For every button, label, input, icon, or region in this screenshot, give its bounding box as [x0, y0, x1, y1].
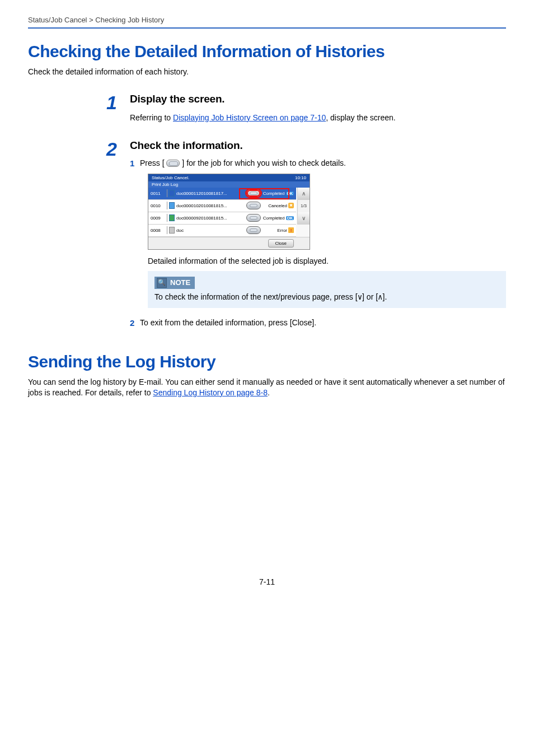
- substep-1-text: Press [ ] for the job for which you wish…: [140, 158, 346, 167]
- page-number: 7-11: [28, 577, 506, 586]
- substep-1: 1 Press [ ] for the job for which you wi…: [130, 158, 506, 168]
- substep-1-suffix: ] for the job for which you wish to chec…: [182, 158, 346, 167]
- breadcrumb: Status/Job Cancel > Checking Job History: [28, 16, 506, 29]
- status-badge-error: !: [288, 227, 294, 233]
- step-1-body: Referring to Displaying Job History Scre…: [130, 112, 506, 124]
- note-icon: 🔍: [157, 278, 167, 288]
- sc-tab-label: Print Job Log: [148, 181, 310, 188]
- job-name: doc0000102010081815...: [176, 203, 245, 208]
- divider: [167, 189, 167, 197]
- sc-header-left: Status/Job Cancel.: [152, 175, 189, 180]
- link-displaying-job-history[interactable]: Displaying Job History Screen on page 7-…: [173, 113, 326, 122]
- link-sending-log-history[interactable]: Sending Log History on page 8-8: [153, 388, 268, 397]
- section-title-sending: Sending the Log History: [28, 352, 506, 371]
- step-number-2: 2: [106, 139, 125, 158]
- job-id: 0010: [151, 203, 165, 208]
- doc-icon: [169, 227, 175, 234]
- job-id: 0009: [151, 216, 165, 221]
- section2-body: You can send the log history by E-mail. …: [28, 377, 506, 398]
- note-label: 🔍 NOTE: [154, 277, 195, 289]
- sc-header-time: 10:10: [295, 175, 306, 180]
- job-status: Error !: [263, 227, 294, 233]
- job-name: doc0000112010081817...: [176, 191, 245, 196]
- scroll-down-button[interactable]: ∨: [298, 212, 310, 225]
- note-mid: ] or [: [362, 292, 378, 301]
- substep-1-num: 1: [130, 158, 140, 168]
- sc-scroll: ∧ 1/3 ∨: [297, 188, 310, 225]
- job-status: Completed OK: [263, 191, 294, 196]
- substep-1-prefix: Press [: [140, 158, 165, 167]
- table-row[interactable]: 0008 doc Error !: [148, 225, 296, 237]
- step-1-body-suffix: , display the screen.: [326, 113, 396, 122]
- section-title-histories: Checking the Detailed Information of His…: [28, 42, 506, 61]
- sc-rows: 0011 doc0000112010081817... Completed OK: [148, 188, 310, 237]
- note-prefix: To check the information of the next/pre…: [154, 292, 358, 301]
- scroll-up-button[interactable]: ∧: [298, 188, 310, 200]
- job-status: Completed OK: [263, 216, 294, 221]
- after-screenshot-text: Detailed information of the selected job…: [148, 256, 506, 265]
- section-intro: Check the detailed information of each h…: [28, 67, 506, 77]
- job-name: doc: [176, 228, 245, 233]
- chevron-up-icon: ∧: [378, 292, 382, 301]
- section2-suffix: .: [268, 388, 270, 397]
- screenshot-print-job-log: Status/Job Cancel. 10:10 Print Job Log 0…: [148, 174, 506, 250]
- step-1-heading: Display the screen.: [130, 93, 506, 105]
- table-row[interactable]: 0010 doc0000102010081815... Canceled ✖: [148, 200, 296, 212]
- note-text: To check the information of the next/pre…: [154, 292, 499, 301]
- job-id: 0008: [151, 228, 165, 233]
- detail-button[interactable]: [246, 214, 261, 222]
- status-text: Error: [277, 228, 287, 233]
- note-label-text: NOTE: [170, 278, 190, 287]
- status-text: Completed: [263, 216, 285, 221]
- doc-icon: [169, 202, 175, 209]
- table-row[interactable]: 0011 doc0000112010081817... Completed OK: [148, 188, 296, 200]
- chevron-down-icon: ∨: [358, 292, 362, 301]
- step-2: 2 Check the information. 1 Press [ ] for…: [106, 139, 506, 333]
- substep-2-num: 2: [130, 318, 140, 328]
- status-badge-cancel: ✖: [288, 203, 294, 208]
- detail-button[interactable]: [246, 202, 261, 209]
- step-1: 1 Display the screen. Referring to Displ…: [106, 93, 506, 124]
- close-button[interactable]: Close: [268, 239, 294, 248]
- detail-button[interactable]: [246, 226, 261, 234]
- job-status: Canceled ✖: [263, 203, 294, 208]
- status-text: Canceled: [268, 203, 287, 208]
- divider: [167, 226, 167, 234]
- divider: [167, 214, 167, 222]
- status-badge-ok: OK: [286, 216, 294, 220]
- note-box: 🔍 NOTE To check the information of the n…: [148, 271, 506, 308]
- status-text: Completed: [263, 191, 285, 196]
- doc-icon: [169, 214, 175, 221]
- detail-button[interactable]: [246, 189, 261, 197]
- substep-2: 2 To exit from the detailed information,…: [130, 318, 506, 328]
- step-number-1: 1: [106, 93, 125, 112]
- status-badge-ok: OK: [286, 192, 294, 195]
- page-indicator: 1/3: [298, 200, 310, 212]
- job-name: doc0000092010081815...: [176, 216, 245, 221]
- table-row[interactable]: 0009 doc0000092010081815... Completed OK: [148, 212, 296, 225]
- substep-2-text: To exit from the detailed information, p…: [140, 318, 316, 327]
- note-suffix: ].: [383, 292, 387, 301]
- step-1-body-prefix: Referring to: [130, 113, 173, 122]
- divider: [167, 202, 167, 209]
- doc-icon: [169, 190, 175, 197]
- step-2-heading: Check the information.: [130, 139, 506, 152]
- job-id: 0011: [151, 191, 165, 196]
- detail-icon: [166, 160, 180, 167]
